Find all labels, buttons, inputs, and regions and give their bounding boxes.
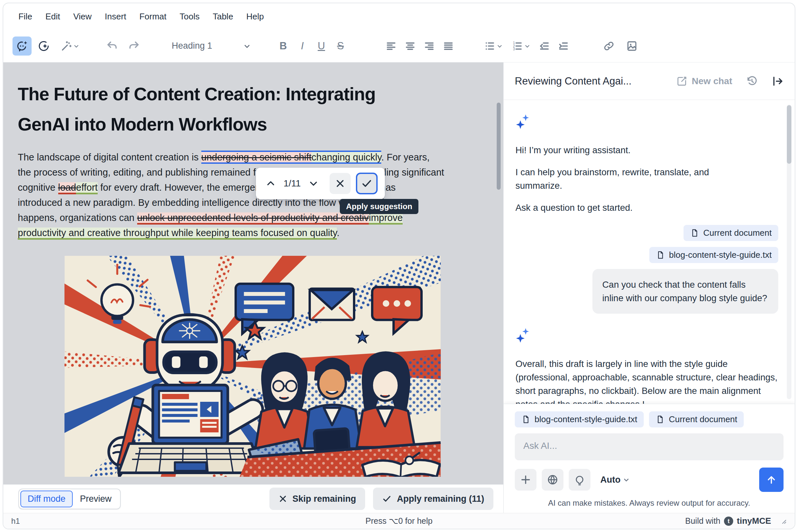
ai-assistant-panel: Reviewing Content Agai... New chat Hi! I… [503,62,795,513]
chip-label: blog-content-style-guide.txt [535,414,637,424]
check-icon [382,494,391,504]
document-illustration[interactable] [64,256,441,477]
suggested-insertion[interactable]: productivity and creative throughput whi… [18,228,337,240]
apply-remaining-button[interactable]: Apply remaining (11) [373,488,494,510]
reject-suggestion-button[interactable] [330,173,351,194]
toolbar: Heading 1 B I U S 123 [3,30,795,62]
paragraph-line: productivity and creative throughput whi… [18,225,482,240]
ai-sparkle-icon [516,327,783,343]
svg-text:3: 3 [513,47,515,51]
menu-item-tools[interactable]: Tools [174,8,206,25]
chip-label: Current document [669,414,737,424]
suggested-deletion[interactable]: load [58,182,76,194]
context-chip-list: Current documentblog-content-style-guide… [516,225,778,263]
ask-ai-input[interactable] [515,433,783,460]
menu-item-view[interactable]: View [68,8,98,25]
document-title[interactable]: The Future of Content Creation: Integrat… [18,79,503,139]
previous-suggestion-button[interactable] [263,176,278,191]
outdent-button[interactable] [535,37,554,56]
collapse-panel-icon [772,75,783,87]
attach-button[interactable] [515,469,537,491]
align-left-button[interactable] [382,37,401,56]
suggestion-navigator-popup: 1/11 [256,168,385,199]
editor-scrollbar[interactable] [497,102,501,190]
document-file-icon [690,229,699,238]
arrow-up-icon [765,474,777,486]
new-chat-button[interactable]: New chat [676,76,732,87]
align-right-button[interactable] [420,37,439,56]
editor-canvas[interactable]: The Future of Content Creation: Integrat… [3,62,503,513]
paragraph-text: The landscape of digital content creatio… [18,152,201,163]
suggested-deletion[interactable]: unlock unprecedented levels of productiv… [137,212,369,225]
diff-mode-button[interactable]: Diff mode [20,491,73,507]
skip-remaining-button[interactable]: Skip remaining [270,488,366,510]
send-button[interactable] [759,468,783,492]
bold-icon: B [280,40,287,52]
underline-button[interactable]: U [312,37,331,56]
preview-button[interactable]: Preview [73,491,119,507]
context-chip[interactable]: blog-content-style-guide.txt [515,411,644,428]
bullet-list-button[interactable] [480,37,507,56]
paragraph-line: cognitive loadeffort for every draft. Ho… [18,180,482,195]
next-suggestion-button[interactable] [306,176,321,191]
block-format-select[interactable]: Heading 1 [168,37,254,56]
menu-item-file[interactable]: File [13,8,38,25]
menu-item-table[interactable]: Table [207,8,239,25]
app-window: FileEditViewInsertFormatToolsTableHelp H… [3,3,795,529]
x-icon [279,495,287,503]
strikethrough-button[interactable]: S [331,37,350,56]
redo-button[interactable] [124,37,144,56]
undo-button[interactable] [103,37,122,56]
ai-sparkle-icon [516,114,783,130]
indent-icon [558,40,569,52]
italic-button[interactable]: I [293,37,312,56]
chat-transcript: Hi! I’m your writing assistant.I can hel… [504,100,795,404]
brand-name[interactable]: tinyMCE [737,516,771,526]
accessibility-help-text: Press ⌥0 for help [3,516,795,526]
ai-assistant-button[interactable] [13,37,32,56]
apply-suggestion-button[interactable] [356,173,378,194]
web-search-button[interactable] [542,469,563,491]
document-body[interactable]: The Future of Content Creation: Integrat… [3,62,503,477]
menu-item-format[interactable]: Format [133,8,172,25]
suggested-insertion[interactable]: effort [76,182,98,194]
selected-suggestion[interactable]: undergoing a seismic shiftchanging quick… [201,151,382,164]
suggested-insertion[interactable]: changing quickly [312,152,381,163]
insert-image-button[interactable] [623,37,642,56]
menu-item-insert[interactable]: Insert [99,8,132,25]
chat-input-section: blog-content-style-guide.txtCurrent docu… [504,404,795,513]
chat-scrollbar-thumb[interactable] [787,105,792,164]
ai-sparkle-circle-icon [38,40,50,52]
ai-chat-icon [16,40,28,52]
context-chip[interactable]: blog-content-style-guide.txt [649,247,778,263]
input-chip-list: blog-content-style-guide.txtCurrent docu… [515,411,783,428]
italic-icon: I [301,40,304,52]
context-chip[interactable]: Current document [684,225,778,241]
align-justify-button[interactable] [439,37,458,56]
menu-item-help[interactable]: Help [240,8,270,25]
suggested-deletion[interactable]: undergoing a seismic shift [201,152,312,163]
link-button[interactable] [599,37,618,56]
model-selector[interactable]: Auto [600,475,630,485]
resize-handle-icon[interactable] [780,518,787,525]
indent-button[interactable] [554,37,573,56]
history-icon [746,75,758,87]
plus-icon [520,474,531,485]
align-center-button[interactable] [401,37,420,56]
document-paragraph[interactable]: The landscape of digital content creatio… [18,150,482,240]
menu-item-edit[interactable]: Edit [39,8,66,25]
chat-history-button[interactable] [746,75,758,87]
svg-text:t: t [728,518,729,525]
suggestions-button[interactable] [569,469,591,491]
ai-rewrite-button[interactable] [56,37,84,56]
context-chip[interactable]: Current document [649,411,744,428]
bullet-list-icon [484,40,495,52]
collapse-panel-button[interactable] [772,75,783,87]
assistant-message: Hi! I’m your writing assistant. [516,144,756,157]
block-format-value: Heading 1 [172,41,212,51]
chevron-down-icon [524,43,530,49]
suggested-insertion[interactable]: improve [369,212,403,225]
bold-button[interactable]: B [274,37,293,56]
numbered-list-button[interactable]: 123 [507,37,535,56]
ai-shortcuts-button[interactable] [34,37,53,56]
